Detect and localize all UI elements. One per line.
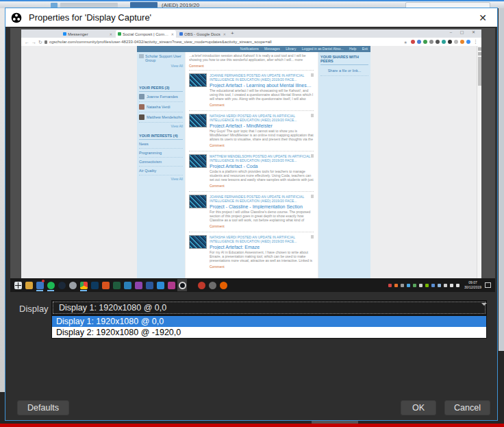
capture-preview: Messenger ✕ Social Composit | Community … [10,28,495,292]
ext-dark-icon [434,38,440,46]
background-right-strip [499,8,504,351]
post-partial: ...a brief introduction session about Ka… [189,53,314,71]
spotify-icon [46,279,55,291]
tray-audio-icon [418,282,424,289]
dropdown-option-display2[interactable]: Display 2: 1920x1080 @ -1920,0 [52,327,486,338]
zotero-icon [101,279,110,291]
file-explorer-icon [24,279,34,291]
captured-browser-window: Messenger ✕ Social Composit | Community … [21,29,481,278]
ok-button[interactable]: OK [401,400,436,415]
reload-icon: ↻ [38,40,42,45]
tray-icons [388,282,461,289]
messenger-favicon [63,32,66,36]
ext-blue-icon [416,38,422,46]
share-link: Share a file or link... [320,69,368,76]
comment-link: Comment [210,143,314,147]
battlenet-icon [90,279,99,291]
post-item: NATASHA VERDI POSTED AN UPDATE IN ARTIFI… [189,232,314,272]
browser-addressbar: ← → ↻ cgscholar.com/community/profiles/u… [21,38,481,46]
clock-time: 09:07 [464,280,481,285]
tray-onedrive-icon [406,282,412,289]
taskbar-apps [13,279,228,291]
view-all-link: View All [139,124,183,128]
display-combobox-value: Display 1: 1920x1080 @ 0,0 [59,303,166,313]
comment-link: Comment [210,184,314,188]
scrollbar-expand-icon [478,47,481,51]
avatar [139,94,144,99]
post-title: Project Artefact: Emaze [210,245,314,249]
bookmark-icon [311,154,314,158]
browser-tab-messenger: Messenger ✕ [61,30,114,38]
properties-dialog: Properties for 'Display Capture' ✕ Messe… [5,8,498,421]
display-dropdown-popup: Display 1: 1920x1080 @ 0,0 Display 2: 19… [51,315,487,339]
interest-item: Programming [139,149,183,158]
post-thumbnail [189,73,207,87]
post-item: JOANNE FERNANDES POSTED AN UPDATE IN ART… [189,192,314,232]
padlock-icon [45,40,47,44]
url-text: cgscholar.com/community/profiles/user-48… [49,40,402,44]
post-item: JOANNE FERNANDES POSTED AN UPDATE IN ART… [189,71,314,111]
post-title: Project Artefact - Learning about Mental… [210,83,314,88]
post-item: NATASHA VERDI POSTED AN UPDATE IN ARTIFI… [189,111,314,151]
mail-icon [35,279,45,291]
interest-item: Connectivism [139,158,183,167]
word-icon [144,279,154,291]
view-all-link: View All [139,177,183,181]
peers-header: YOUR PEERS (3) [139,86,183,92]
background-red-bar [0,424,504,427]
obs-logo-icon [11,12,22,23]
obs-studio-icon [177,279,187,291]
back-icon: ← [25,40,29,45]
scrollbar-thumb [478,57,481,86]
post-thumbnail [189,235,207,249]
community-item: Scholar Support User Group [139,54,183,62]
ext-ring-icon [453,38,459,46]
new-tab-icon: + [231,30,234,36]
ext-cone-icon [459,38,465,46]
post-title: Project Artefact - MindMeister [210,123,314,128]
tray-update-icon [431,282,436,289]
page-left-sidebar: Scholar Support User Group View All YOUR… [137,52,185,278]
media-app-icon [166,279,176,291]
site-navbar: Notifications Messages Library Logged in… [137,46,370,52]
interest-item: Air Quality [139,167,183,175]
bookmark-icon [311,235,314,239]
browser-tab-cgscholar: Social Composit | Community ... ✕ [116,30,176,38]
tab-close-icon: ✕ [171,32,174,36]
post-title: Project Artefact - Coda [210,164,314,169]
display-combobox[interactable]: Display 1: 1920x1080 @ 0,0 [51,300,487,315]
ext-gray-icon [428,38,434,46]
dialog-title: Properties for 'Display Capture' [29,12,151,23]
scrollbar-arrow-icon [478,52,481,56]
defaults-button[interactable]: Defaults [17,400,69,415]
interest-item: News [139,140,183,149]
comment-link: Comment [210,103,314,107]
gimp-icon [207,279,217,291]
bookmark-icon [311,73,314,77]
browser-tabstrip: Messenger ✕ Social Composit | Community … [21,29,481,38]
comment-link: Comment [210,224,314,228]
tray-cloud-icon [437,282,442,289]
captured-page: Notifications Messages Library Logged in… [21,46,481,278]
action-center-icon [485,282,491,288]
browser-tab-gdocs: OBS - Google Docs ✕ [177,30,228,38]
cancel-button[interactable]: Cancel [444,400,490,415]
browser-menu-icon: ⋮ [473,39,478,45]
bookmark-star-icon: ★ [404,40,407,45]
captured-taskbar: 09:07 30/12/2019 [10,278,495,292]
window-controls-icons: – ▢ ✕ [450,29,479,34]
post-thumbnail [189,154,207,168]
post-thumbnail [189,195,207,208]
ext-red-icon [410,38,416,46]
shares-header: YOUR SHARES WITH PEERS [320,55,368,65]
page-scrollbar [477,46,481,278]
camtasia-icon [112,279,121,291]
pinwheel-icon [134,279,143,291]
extension-icons [410,38,471,46]
firefox-icon [218,279,228,291]
close-icon[interactable]: ✕ [474,12,492,23]
community-icon [139,54,144,58]
taskbar-clock: 09:07 30/12/2019 [464,280,481,290]
avatar [139,114,144,120]
dropdown-option-display1[interactable]: Display 1: 1920x1080 @ 0,0 [52,316,486,327]
